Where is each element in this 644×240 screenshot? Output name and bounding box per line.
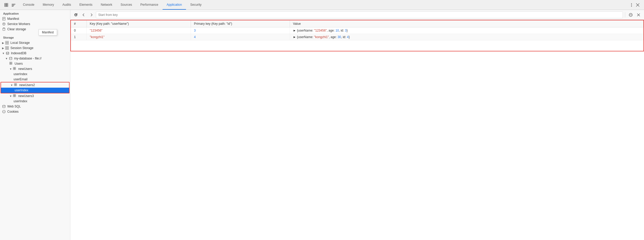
sidebar-item-userindex-2[interactable]: userIndex	[1, 88, 69, 93]
svg-point-7	[631, 3, 632, 4]
cell-key-1: "kongzhi1"	[86, 34, 191, 40]
more-options-button[interactable]	[628, 2, 635, 8]
newusers3-arrow: ▼	[9, 95, 12, 98]
top-nav: Console Memory Audits Elements Network S…	[0, 0, 644, 10]
sidebar-item-websql[interactable]: Web SQL	[0, 104, 70, 109]
local-storage-label: Local Storage	[10, 41, 30, 45]
sidebar-item-service-workers[interactable]: Service Workers	[0, 21, 70, 27]
tab-performance[interactable]: Performance	[136, 0, 163, 10]
tab-sources[interactable]: Sources	[116, 0, 136, 10]
svg-point-53	[4, 112, 5, 112]
back-button[interactable]	[80, 11, 87, 18]
svg-rect-5	[12, 5, 14, 5]
toolbar-separator	[625, 12, 625, 17]
newusers3-icon	[13, 94, 17, 98]
svg-rect-39	[14, 83, 15, 85]
sidebar-item-cookies[interactable]: Cookies	[0, 109, 70, 114]
tab-security[interactable]: Security	[186, 0, 206, 10]
devtools-icon-2[interactable]	[10, 2, 17, 8]
table-empty-row	[71, 40, 643, 51]
svg-point-48	[3, 110, 5, 113]
newusers-label: newUsers	[18, 67, 32, 71]
svg-rect-2	[5, 5, 6, 7]
sidebar-item-local-storage[interactable]: ▶ Local Storage	[0, 40, 70, 45]
sidebar-item-newusers3[interactable]: ▼ newUsers3	[0, 93, 70, 99]
svg-rect-18	[3, 28, 5, 31]
cancel-button[interactable]	[635, 11, 642, 18]
row-value-1-prefix: ► {userName:	[293, 35, 314, 39]
svg-rect-42	[16, 85, 17, 86]
svg-point-30	[9, 57, 12, 58]
sidebar-item-userindex-1[interactable]: userIndex	[0, 71, 70, 77]
devtools-icon-1[interactable]	[3, 2, 9, 8]
svg-rect-37	[13, 69, 14, 70]
sidebar-item-users[interactable]: Users	[0, 61, 70, 66]
newusers2-label: newUsers2	[19, 83, 35, 87]
nav-icons	[1, 2, 19, 8]
close-devtools-button[interactable]	[635, 2, 641, 8]
sidebar-item-clear-storage[interactable]: Clear storage	[0, 27, 70, 32]
my-database-arrow: ▼	[5, 57, 8, 60]
sidebar-item-my-database[interactable]: ▼ my-database - file://	[0, 56, 70, 61]
table-row[interactable]: 1 "kongzhi1" 4 ► {userName: "kongzhi1", …	[71, 34, 643, 40]
toolbar	[70, 10, 644, 20]
useremail-label: userEmail	[14, 77, 27, 81]
clear-button[interactable]	[627, 11, 634, 18]
websql-label: Web SQL	[7, 105, 21, 108]
session-storage-label: Session Storage	[10, 46, 33, 50]
svg-rect-25	[5, 46, 7, 48]
users-label: Users	[15, 62, 23, 65]
sidebar-item-newusers2[interactable]: ▼ newUsers2	[1, 82, 69, 88]
svg-rect-22	[7, 41, 9, 43]
svg-rect-27	[5, 48, 7, 50]
key-value-0: "123456"	[90, 29, 103, 32]
newusers-icon	[13, 67, 17, 71]
svg-point-17	[4, 24, 4, 25]
content-area: # Key (Key path: "userName") Primary key…	[70, 10, 644, 240]
local-storage-icon	[5, 41, 9, 45]
refresh-button[interactable]	[72, 11, 79, 18]
forward-button[interactable]	[88, 11, 95, 18]
svg-rect-0	[5, 3, 6, 5]
tab-audits[interactable]: Audits	[58, 0, 75, 10]
manifest-tooltip: Manifest	[39, 29, 57, 35]
main-layout: Application Manifest Service Workers Cle…	[0, 10, 644, 240]
table-row[interactable]: 0 "123456" 3 ► {userName: "123456", age:…	[71, 27, 643, 34]
sidebar-item-session-storage[interactable]: ▶ Session Storage	[0, 45, 70, 51]
sidebar-item-manifest[interactable]: Manifest	[0, 16, 70, 21]
newusers-arrow: ▼	[9, 68, 12, 70]
nav-tabs: Console Memory Audits Elements Network S…	[19, 0, 206, 10]
cell-primary-1: 4	[191, 34, 290, 40]
data-table: # Key (Key path: "userName") Primary key…	[71, 20, 643, 51]
sidebar: Application Manifest Service Workers Cle…	[0, 10, 70, 240]
table-body: 0 "123456" 3 ► {userName: "123456", age:…	[71, 27, 643, 51]
table-header: # Key (Key path: "userName") Primary key…	[71, 20, 643, 27]
svg-point-52	[3, 112, 3, 112]
svg-rect-36	[15, 67, 16, 68]
sidebar-item-newusers[interactable]: ▼ newUsers	[0, 66, 70, 71]
session-storage-icon	[5, 46, 9, 50]
cell-num-0: 0	[71, 27, 86, 34]
cell-key-0: "123456"	[86, 27, 191, 34]
newusers2-arrow: ▼	[10, 84, 13, 87]
my-database-icon	[9, 57, 13, 60]
svg-rect-34	[11, 63, 12, 64]
svg-rect-31	[10, 62, 11, 63]
cell-primary-0: 3	[191, 27, 290, 34]
sidebar-item-userindex-3[interactable]: userIndex	[0, 99, 70, 104]
service-workers-icon	[2, 22, 6, 26]
sidebar-item-indexeddb[interactable]: ▼ IndexedDB	[0, 51, 70, 56]
newusers2-highlight-container: ▼ newUsers2 userIndex	[1, 82, 70, 93]
tab-console[interactable]: Console	[19, 0, 39, 10]
cookies-icon	[2, 110, 6, 113]
tab-elements[interactable]: Elements	[75, 0, 97, 10]
svg-point-9	[631, 6, 632, 7]
tab-application[interactable]: Application	[163, 0, 186, 10]
svg-rect-41	[14, 85, 15, 86]
tab-memory[interactable]: Memory	[39, 0, 58, 10]
tab-network[interactable]: Network	[97, 0, 116, 10]
start-from-key-input[interactable]	[96, 11, 623, 18]
users-icon	[9, 62, 13, 65]
sidebar-item-useremail[interactable]: userEmail	[0, 77, 70, 82]
my-database-label: my-database - file://	[14, 57, 41, 60]
